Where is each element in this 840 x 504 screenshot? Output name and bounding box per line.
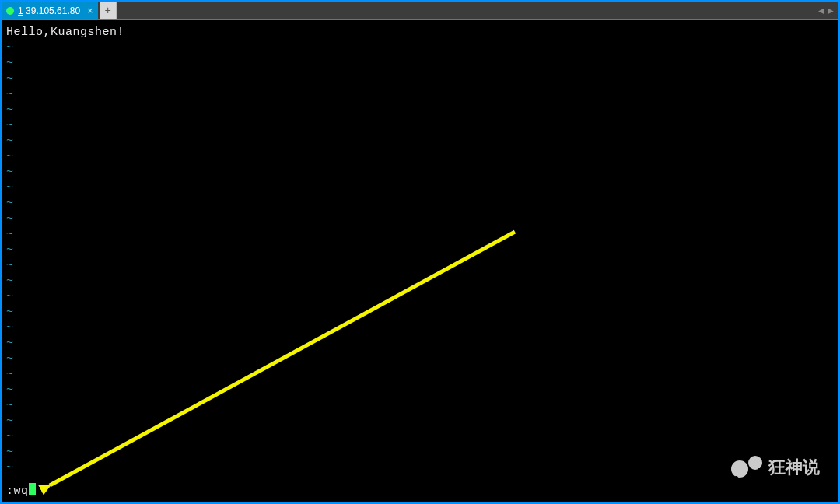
empty-line-marker: ~ (6, 196, 834, 212)
empty-line-marker: ~ (6, 460, 834, 476)
empty-line-marker: ~ (6, 367, 834, 383)
connection-status-icon (6, 7, 14, 15)
empty-line-marker: ~ (6, 227, 834, 243)
tab-bar: 1 39.105.61.80 × + ◀ ▶ (2, 2, 838, 20)
empty-line-marker: ~ (6, 212, 834, 227)
tab-prev-icon[interactable]: ◀ (818, 6, 824, 15)
close-icon[interactable]: × (87, 5, 93, 16)
empty-line-marker: ~ (6, 40, 834, 56)
empty-line-marker: ~ (6, 103, 834, 118)
wechat-icon (731, 456, 762, 479)
tab-active[interactable]: 1 39.105.61.80 × (2, 2, 98, 19)
tab-next-icon[interactable]: ▶ (828, 6, 834, 15)
empty-line-marker: ~ (6, 149, 834, 165)
empty-line-marker: ~ (6, 320, 834, 336)
cursor-block (29, 483, 36, 495)
editor-content-line: Hello,Kuangshen! (6, 25, 834, 40)
terminal-editor[interactable]: Hello,Kuangshen! ~~~~~~~~~~~~~~~~~~~~~~~… (2, 20, 838, 502)
tab-label: 1 39.105.61.80 (18, 5, 80, 16)
empty-line-marker: ~ (6, 289, 834, 305)
empty-line-marker: ~ (6, 352, 834, 367)
empty-line-marker: ~ (6, 398, 834, 414)
empty-line-marker: ~ (6, 56, 834, 72)
empty-line-marker: ~ (6, 243, 834, 258)
editor-empty-lines: ~~~~~~~~~~~~~~~~~~~~~~~~~~~~ (6, 40, 834, 476)
plus-icon: + (105, 5, 111, 17)
empty-line-marker: ~ (6, 429, 834, 445)
empty-line-marker: ~ (6, 258, 834, 274)
empty-line-marker: ~ (6, 87, 834, 103)
watermark-text: 狂神说 (768, 456, 820, 479)
empty-line-marker: ~ (6, 445, 834, 460)
empty-line-marker: ~ (6, 414, 834, 429)
empty-line-marker: ~ (6, 383, 834, 398)
empty-line-marker: ~ (6, 72, 834, 87)
empty-line-marker: ~ (6, 165, 834, 180)
tab-nav: ◀ ▶ (818, 2, 834, 19)
new-tab-button[interactable]: + (100, 2, 117, 19)
empty-line-marker: ~ (6, 305, 834, 320)
empty-line-marker: ~ (6, 274, 834, 289)
empty-line-marker: ~ (6, 336, 834, 352)
empty-line-marker: ~ (6, 180, 834, 196)
editor-command-line[interactable]: :wq (6, 483, 36, 499)
empty-line-marker: ~ (6, 134, 834, 149)
empty-line-marker: ~ (6, 118, 834, 134)
watermark: 狂神说 (731, 456, 820, 479)
